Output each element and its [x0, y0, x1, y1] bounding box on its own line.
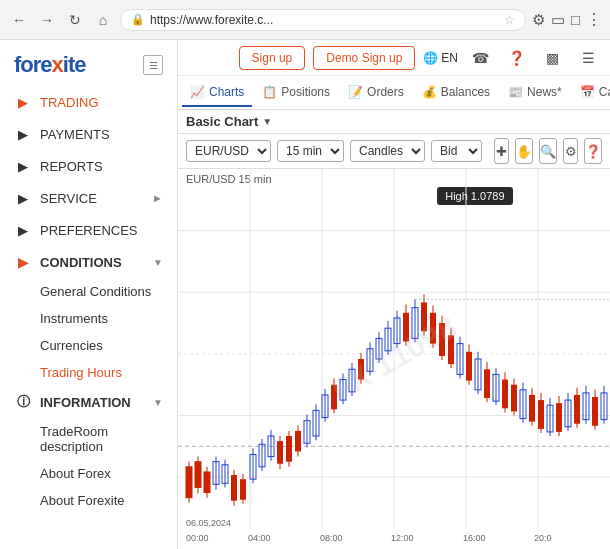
main-content: Sign up Demo Sign up 🌐 EN ☎ ❓ ▩ ☰ 📈 [178, 40, 610, 549]
header-top: Sign up Demo Sign up 🌐 EN ☎ ❓ ▩ ☰ [178, 40, 610, 76]
forward-button[interactable]: → [36, 9, 58, 31]
chart-title-arrow-icon: ▼ [262, 116, 272, 127]
zoom-icon-btn[interactable]: 🔍 [539, 138, 557, 164]
lang-label: EN [441, 51, 458, 65]
svg-text:00:00: 00:00 [186, 533, 208, 543]
sidebar-item-general-conditions[interactable]: General Conditions [0, 278, 177, 305]
trading-hours-label: Trading Hours [40, 365, 122, 380]
price-type-select[interactable]: Bid Ask [431, 140, 482, 162]
fullscreen-icon: □ [571, 11, 580, 28]
question-icon: ❓ [508, 50, 525, 66]
news-tab-icon: 📰 [508, 85, 523, 99]
sidebar-item-service[interactable]: ▶ SERVICE ► [0, 182, 177, 214]
svg-text:06.05.2024: 06.05.2024 [186, 518, 231, 528]
chart-controls: EUR/USD GBP/USD USD/JPY 1 min 5 min 15 m… [178, 134, 610, 169]
sidebar-item-trading-hours[interactable]: Trading Hours [0, 359, 177, 386]
orders-tab-icon: 📝 [348, 85, 363, 99]
hand-icon-btn[interactable]: ✋ [515, 138, 533, 164]
sidebar-item-about-forexite[interactable]: About Forexite [0, 487, 177, 514]
address-bar[interactable]: 🔒 https://www.forexite.c... ☆ [120, 9, 526, 31]
sidebar-item-reports[interactable]: ▶ REPORTS [0, 150, 177, 182]
home-button[interactable]: ⌂ [92, 9, 114, 31]
tabs-toolbar: 📈 Charts 📋 Positions 📝 Orders 💰 Balances… [178, 76, 610, 110]
sidebar-item-traderoom[interactable]: TradeRoom description [0, 418, 177, 460]
signup-button[interactable]: Sign up [239, 46, 306, 70]
hand-icon: ✋ [516, 144, 532, 159]
chart-type-select[interactable]: Candles Bars Line [350, 140, 425, 162]
currencies-label: Currencies [40, 338, 103, 353]
crosshair-icon: ✚ [496, 144, 507, 159]
sidebar-item-instruments[interactable]: Instruments [0, 305, 177, 332]
sidebar: forexite ☰ ▶ TRADING ▶ PAYMENTS ▶ REPORT… [0, 40, 178, 549]
headset-icon-btn[interactable]: ☎ [466, 44, 494, 72]
tab-calendar[interactable]: 📅 Calendar [572, 79, 610, 107]
timeframe-select[interactable]: 1 min 5 min 15 min 30 min 1 hour [277, 140, 344, 162]
trading-label: TRADING [40, 95, 163, 110]
cast-icon: ▭ [551, 11, 565, 29]
sidebar-item-trading[interactable]: ▶ TRADING [0, 86, 177, 118]
extensions-icon: ⚙ [532, 11, 545, 29]
about-forex-label: About Forex [40, 466, 111, 481]
svg-text:20:0: 20:0 [534, 533, 551, 543]
conditions-label: CONDITIONS [40, 255, 122, 270]
language-selector[interactable]: 🌐 EN [423, 51, 458, 65]
conditions-arrow-icon: ▼ [153, 257, 163, 268]
balances-tab-icon: 💰 [422, 85, 437, 99]
settings-icon-btn[interactable]: ⚙ [563, 138, 578, 164]
calendar-tab-icon: 📅 [580, 85, 595, 99]
tab-news[interactable]: 📰 News* [500, 79, 570, 107]
browser-chrome: ← → ↻ ⌂ 🔒 https://www.forexite.c... ☆ ⚙ … [0, 0, 610, 40]
about-forexite-label: About Forexite [40, 493, 125, 508]
collapse-sidebar-button[interactable]: ☰ [143, 55, 163, 75]
preferences-label: PREFERENCES [40, 223, 163, 238]
chart-title[interactable]: Basic Chart ▼ [186, 114, 272, 129]
url-text: https://www.forexite.c... [150, 13, 499, 27]
news-tab-label: News* [527, 85, 562, 99]
sidebar-item-payments[interactable]: ▶ PAYMENTS [0, 118, 177, 150]
traderoom-label: TradeRoom description [40, 424, 108, 454]
zoom-icon: 🔍 [540, 144, 556, 159]
sidebar-conditions-header[interactable]: ▶ CONDITIONS ▼ [0, 246, 177, 278]
information-label: INFORMATION [40, 395, 131, 410]
sidebar-item-about-forex[interactable]: About Forex [0, 460, 177, 487]
chart-icon: ▩ [546, 50, 559, 66]
service-arrow-icon: ► [152, 192, 163, 204]
pair-select[interactable]: EUR/USD GBP/USD USD/JPY [186, 140, 271, 162]
headset-icon: ☎ [472, 50, 489, 66]
tab-orders[interactable]: 📝 Orders [340, 79, 412, 107]
logo: forexite [14, 52, 86, 78]
tab-charts[interactable]: 📈 Charts [182, 79, 252, 107]
list-icon: ▶ [14, 253, 32, 271]
app-container: forexite ☰ ▶ TRADING ▶ PAYMENTS ▶ REPORT… [0, 40, 610, 549]
payments-label: PAYMENTS [40, 127, 163, 142]
sidebar-information-header[interactable]: ⓘ INFORMATION ▼ [0, 386, 177, 418]
positions-tab-icon: 📋 [262, 85, 277, 99]
help-icon-btn[interactable]: ❓ [502, 44, 530, 72]
sidebar-item-currencies[interactable]: Currencies [0, 332, 177, 359]
svg-text:16:00: 16:00 [463, 533, 485, 543]
sidebar-item-preferences[interactable]: ▶ PREFERENCES [0, 214, 177, 246]
logo-area: forexite ☰ [0, 40, 177, 86]
reports-label: REPORTS [40, 159, 163, 174]
bookmark-icon: ☆ [504, 13, 515, 27]
charts-tab-label: Charts [209, 85, 244, 99]
chart-title-label: Basic Chart [186, 114, 258, 129]
orders-tab-label: Orders [367, 85, 404, 99]
chart-svg: 00:00 04:00 08:00 12:00 16:00 20:0 06.05… [178, 169, 610, 549]
crosshair-icon-btn[interactable]: ✚ [494, 138, 509, 164]
lock-icon: 🔒 [131, 13, 145, 26]
tab-balances[interactable]: 💰 Balances [414, 79, 498, 107]
information-arrow-icon: ▼ [153, 397, 163, 408]
card-icon: ▶ [14, 125, 32, 143]
account-icon-btn[interactable]: ☰ [574, 44, 602, 72]
refresh-button[interactable]: ↻ [64, 9, 86, 31]
tab-positions[interactable]: 📋 Positions [254, 79, 338, 107]
person-icon: ▶ [14, 189, 32, 207]
chart-icon-btn[interactable]: ▩ [538, 44, 566, 72]
help-chart-icon-btn[interactable]: ❓ [584, 138, 602, 164]
document-icon: ▶ [14, 157, 32, 175]
svg-text:08:00: 08:00 [320, 533, 342, 543]
back-button[interactable]: ← [8, 9, 30, 31]
demo-signup-button[interactable]: Demo Sign up [313, 46, 415, 70]
more-icon[interactable]: ⋮ [586, 10, 602, 29]
